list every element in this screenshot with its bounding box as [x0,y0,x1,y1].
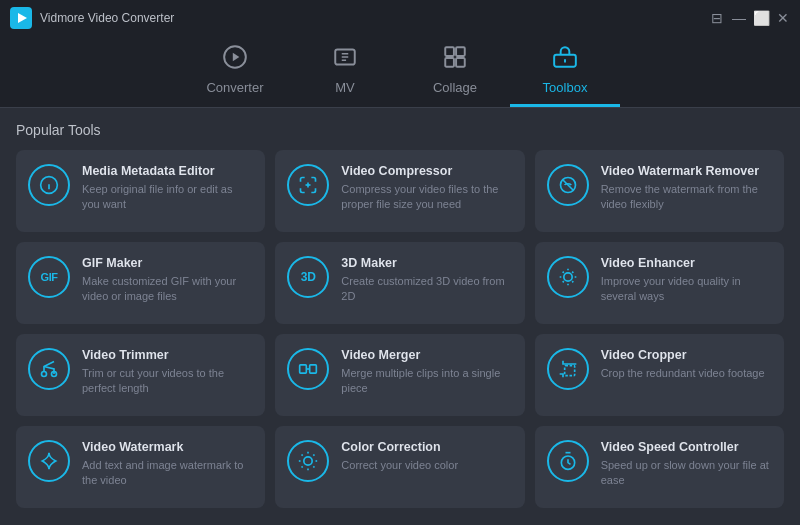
tool-desc-video-enhancer: Improve your video quality in several wa… [601,274,770,305]
tool-desc-3d-maker: Create customized 3D video from 2D [341,274,510,305]
tool-card-gif-maker[interactable]: GIFGIF MakerMake customized GIF with you… [16,242,265,324]
titlebar-left: Vidmore Video Converter [10,7,174,29]
tool-desc-video-watermark-remover: Remove the watermark from the video flex… [601,182,770,213]
tab-converter[interactable]: Converter [180,41,290,107]
tool-card-video-merger[interactable]: Video MergerMerge multiple clips into a … [275,334,524,416]
tab-label-collage: Collage [433,80,477,95]
svg-rect-6 [456,47,465,56]
tool-name-video-compressor: Video Compressor [341,164,510,178]
tool-icon-video-watermark-remover [547,164,589,206]
tool-icon-3d-maker: 3D [287,256,329,298]
svg-rect-21 [300,365,307,373]
app-logo [10,7,32,29]
tools-grid: Media Metadata EditorKeep original file … [16,150,784,508]
tool-desc-video-merger: Merge multiple clips into a single piece [341,366,510,397]
tool-card-video-watermark-remover[interactable]: Video Watermark RemoverRemove the waterm… [535,150,784,232]
navbar: Converter MV Collage Toolbox [0,36,800,108]
tool-name-color-correction: Color Correction [341,440,510,454]
svg-rect-8 [456,58,465,67]
tool-name-3d-maker: 3D Maker [341,256,510,270]
tool-card-color-correction[interactable]: Color CorrectionCorrect your video color [275,426,524,508]
tool-desc-color-correction: Correct your video color [341,458,510,473]
tool-icon-video-compressor [287,164,329,206]
tool-card-media-metadata-editor[interactable]: Media Metadata EditorKeep original file … [16,150,265,232]
svg-line-28 [302,455,303,456]
tool-name-video-speed-controller: Video Speed Controller [601,440,770,454]
tool-name-video-enhancer: Video Enhancer [601,256,770,270]
tab-label-converter: Converter [206,80,263,95]
window-menu-btn[interactable]: ⊟ [710,11,724,25]
tool-desc-video-speed-controller: Speed up or slow down your file at ease [601,458,770,489]
tool-icon-media-metadata-editor [28,164,70,206]
tool-desc-video-cropper: Crop the redundant video footage [601,366,770,381]
tool-name-media-metadata-editor: Media Metadata Editor [82,164,251,178]
tool-card-video-trimmer[interactable]: Video TrimmerTrim or cut your videos to … [16,334,265,416]
svg-line-29 [314,466,315,467]
svg-line-32 [302,466,303,467]
tool-icon-video-speed-controller [547,440,589,482]
toolbox-icon [552,44,578,76]
tool-icon-video-merger [287,348,329,390]
tool-desc-media-metadata-editor: Keep original file info or edit as you w… [82,182,251,213]
tool-card-video-cropper[interactable]: Video CropperCrop the redundant video fo… [535,334,784,416]
tool-card-video-watermark[interactable]: Video WatermarkAdd text and image waterm… [16,426,265,508]
tool-desc-video-watermark: Add text and image watermark to the vide… [82,458,251,489]
svg-marker-3 [233,53,240,62]
tool-name-video-merger: Video Merger [341,348,510,362]
svg-line-33 [314,455,315,456]
svg-point-25 [304,457,312,465]
titlebar-controls: ⊟ — ⬜ ✕ [710,11,790,25]
collage-icon [442,44,468,76]
tool-desc-gif-maker: Make customized GIF with your video or i… [82,274,251,305]
tool-name-video-watermark-remover: Video Watermark Remover [601,164,770,178]
svg-rect-5 [445,47,454,56]
tool-icon-video-enhancer [547,256,589,298]
tool-name-video-trimmer: Video Trimmer [82,348,251,362]
tool-card-video-compressor[interactable]: Video CompressorCompress your video file… [275,150,524,232]
tab-toolbox[interactable]: Toolbox [510,41,620,107]
app-title: Vidmore Video Converter [40,11,174,25]
tool-desc-video-trimmer: Trim or cut your videos to the perfect l… [82,366,251,397]
svg-rect-24 [564,366,574,376]
svg-rect-22 [310,365,317,373]
tool-icon-video-cropper [547,348,589,390]
tool-card-3d-maker[interactable]: 3D3D MakerCreate customized 3D video fro… [275,242,524,324]
svg-rect-7 [445,58,454,67]
converter-icon [222,44,248,76]
mv-icon [332,44,358,76]
tool-card-video-speed-controller[interactable]: Video Speed ControllerSpeed up or slow d… [535,426,784,508]
section-title: Popular Tools [16,122,784,138]
tool-name-video-watermark: Video Watermark [82,440,251,454]
svg-point-19 [42,372,47,377]
tab-label-mv: MV [335,80,355,95]
svg-line-17 [563,180,573,190]
tab-label-toolbox: Toolbox [543,80,588,95]
tool-icon-gif-maker: GIF [28,256,70,298]
tool-icon-video-trimmer [28,348,70,390]
main-content: Popular Tools Media Metadata EditorKeep … [0,108,800,525]
svg-point-18 [563,273,571,281]
tool-icon-video-watermark [28,440,70,482]
titlebar: Vidmore Video Converter ⊟ — ⬜ ✕ [0,0,800,36]
tool-card-video-enhancer[interactable]: Video EnhancerImprove your video quality… [535,242,784,324]
tool-name-video-cropper: Video Cropper [601,348,770,362]
tab-collage[interactable]: Collage [400,41,510,107]
tool-desc-video-compressor: Compress your video files to the proper … [341,182,510,213]
close-btn[interactable]: ✕ [776,11,790,25]
tool-icon-color-correction [287,440,329,482]
minimize-btn[interactable]: — [732,11,746,25]
tab-mv[interactable]: MV [290,41,400,107]
tool-name-gif-maker: GIF Maker [82,256,251,270]
maximize-btn[interactable]: ⬜ [754,11,768,25]
